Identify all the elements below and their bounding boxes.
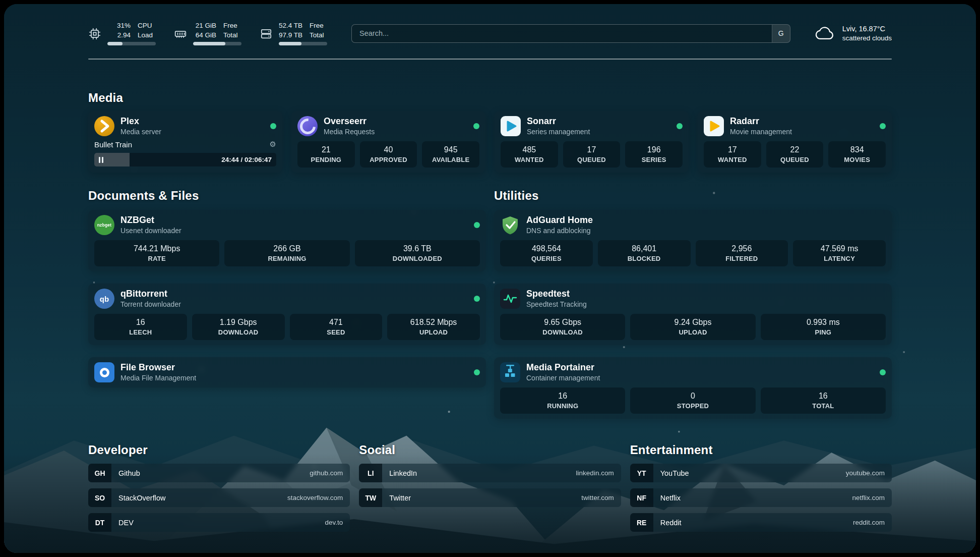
service-name: qBittorrent bbox=[120, 289, 468, 299]
bookmark-name: Netflix bbox=[660, 494, 681, 502]
stat-box: 471SEED bbox=[290, 314, 383, 340]
service-subtitle: Movie management bbox=[730, 128, 874, 136]
bookmark-url: stackoverflow.com bbox=[287, 494, 343, 502]
service-name: File Browser bbox=[120, 363, 468, 373]
bookmark-github[interactable]: GH Github github.com bbox=[88, 464, 350, 482]
service-card-qbittorrent[interactable]: qb qBittorrent Torrent downloader 16LEEC… bbox=[88, 284, 486, 345]
stat-box: 196SERIES bbox=[625, 141, 683, 168]
weather-widget: Lviv, 16.87°C scattered clouds bbox=[815, 25, 892, 42]
top-bar: 31% 2.94 CPU Load bbox=[88, 4, 892, 45]
service-card-portainer[interactable]: Media Portainer Container management 16R… bbox=[494, 357, 892, 419]
service-card-speedtest[interactable]: Speedtest Speedtest Tracking 9.65 GbpsDO… bbox=[494, 284, 892, 345]
service-name: Sonarr bbox=[527, 117, 670, 127]
bookmark-group-entertainment: Entertainment YT YouTube youtube.com NF … bbox=[630, 443, 892, 538]
search-input[interactable] bbox=[352, 25, 772, 42]
pause-button[interactable] bbox=[99, 157, 103, 163]
media-grid: Plex Media server Bullet Train ⚙ 24:44 /… bbox=[88, 111, 892, 173]
bookmark-url: netflix.com bbox=[852, 494, 885, 502]
bookmark-netflix[interactable]: NF Netflix netflix.com bbox=[630, 488, 892, 507]
bookmark-url: github.com bbox=[310, 469, 343, 477]
bookmark-youtube[interactable]: YT YouTube youtube.com bbox=[630, 464, 892, 482]
cpu-widget: 31% 2.94 CPU Load bbox=[88, 21, 156, 45]
system-widgets: 31% 2.94 CPU Load bbox=[88, 21, 327, 45]
bookmark-name: Github bbox=[118, 469, 140, 477]
speedtest-pulse-icon bbox=[500, 289, 520, 309]
bookmark-abbr: NF bbox=[630, 488, 653, 507]
bookmark-name: DEV bbox=[118, 519, 134, 527]
status-dot bbox=[270, 123, 276, 129]
disk-progress-bar bbox=[279, 42, 327, 45]
bookmark-name: YouTube bbox=[660, 469, 689, 477]
service-card-filebrowser[interactable]: File Browser Media File Management bbox=[88, 357, 486, 387]
bookmark-url: reddit.com bbox=[853, 519, 885, 526]
service-card-overseerr[interactable]: Overseerr Media Requests 21PENDING 40APP… bbox=[291, 111, 485, 173]
status-dot bbox=[473, 123, 479, 129]
stat-box: 47.569 msLATENCY bbox=[793, 240, 886, 266]
bookmark-url: twitter.com bbox=[581, 494, 614, 502]
search-engine-button[interactable]: G bbox=[772, 25, 790, 42]
cloud-icon bbox=[815, 25, 836, 41]
bookmark-name: LinkedIn bbox=[389, 469, 417, 477]
service-card-radarr[interactable]: Radarr Movie management 17WANTED 22QUEUE… bbox=[698, 111, 892, 173]
section-title-developer: Developer bbox=[88, 443, 350, 457]
service-subtitle: Usenet downloader bbox=[120, 227, 468, 235]
sonarr-icon bbox=[501, 116, 521, 136]
status-dot bbox=[677, 123, 683, 129]
bookmarks-area: Developer GH Github github.com SO StackO… bbox=[88, 443, 892, 538]
stat-box: 16TOTAL bbox=[761, 387, 886, 414]
service-subtitle: Speedtest Tracking bbox=[526, 300, 886, 308]
service-subtitle: Series management bbox=[527, 128, 670, 136]
stat-box: 266 GBREMAINING bbox=[224, 240, 349, 266]
service-subtitle: DNS and adblocking bbox=[526, 227, 886, 235]
overseerr-icon bbox=[297, 116, 318, 136]
service-subtitle: Media server bbox=[120, 128, 264, 136]
bookmark-reddit[interactable]: RE Reddit reddit.com bbox=[630, 513, 892, 532]
weather-location: Lviv, 16.87°C bbox=[842, 25, 892, 33]
radarr-icon bbox=[704, 116, 724, 136]
dashboard-content: 31% 2.94 CPU Load bbox=[88, 4, 892, 538]
playback-progress-bar[interactable]: 24:44 / 02:06:47 bbox=[94, 153, 276, 166]
stat-box: 945AVAILABLE bbox=[422, 141, 479, 168]
bookmark-stackoverflow[interactable]: SO StackOverflow stackoverflow.com bbox=[88, 488, 350, 507]
stat-box: 834MOVIES bbox=[828, 141, 886, 168]
section-title-entertainment: Entertainment bbox=[630, 443, 892, 457]
cpu-progress-bar bbox=[107, 42, 156, 45]
filebrowser-icon bbox=[94, 362, 114, 382]
bookmark-abbr: YT bbox=[630, 464, 653, 482]
memory-total-label: Total bbox=[223, 31, 238, 40]
service-card-plex[interactable]: Plex Media server Bullet Train ⚙ 24:44 /… bbox=[88, 111, 282, 173]
portainer-crane-icon bbox=[500, 362, 520, 382]
settings-gear-icon[interactable]: ⚙ bbox=[270, 140, 276, 149]
disk-icon bbox=[260, 27, 273, 40]
memory-progress-bar bbox=[193, 42, 241, 45]
bookmark-name: Twitter bbox=[389, 494, 411, 502]
stat-box: 21PENDING bbox=[297, 141, 355, 168]
stat-box: 0.993 msPING bbox=[761, 314, 886, 340]
bookmark-url: dev.to bbox=[325, 519, 343, 526]
cpu-chip-icon bbox=[88, 27, 101, 40]
bookmark-name: StackOverflow bbox=[118, 494, 165, 502]
bookmark-linkedin[interactable]: LI LinkedIn linkedin.com bbox=[359, 464, 621, 482]
service-card-nzbget[interactable]: nzbget NZBGet Usenet downloader 744.21 M… bbox=[88, 210, 486, 271]
plex-icon bbox=[94, 116, 114, 136]
stat-box: 498,564QUERIES bbox=[500, 240, 593, 266]
stat-box: 744.21 MbpsRATE bbox=[94, 240, 219, 266]
bookmark-abbr: SO bbox=[88, 488, 111, 507]
disk-widget: 52.4 TB 97.9 TB Free Total bbox=[260, 21, 327, 45]
service-card-adguard[interactable]: AdGuard Home DNS and adblocking 498,564Q… bbox=[494, 210, 892, 271]
cpu-usage-label: CPU bbox=[138, 21, 153, 30]
service-subtitle: Container management bbox=[526, 374, 874, 382]
service-card-sonarr[interactable]: Sonarr Series management 485WANTED 17QUE… bbox=[495, 111, 689, 173]
bookmark-twitter[interactable]: TW Twitter twitter.com bbox=[359, 488, 621, 507]
playback-time: 24:44 / 02:06:47 bbox=[221, 156, 272, 163]
bookmark-dev[interactable]: DT DEV dev.to bbox=[88, 513, 350, 532]
memory-free-value: 21 GiB bbox=[196, 21, 216, 30]
dashboard-screen: 31% 2.94 CPU Load bbox=[4, 4, 976, 553]
disk-total-value: 97.9 TB bbox=[279, 31, 302, 40]
cpu-load-label: Load bbox=[138, 31, 153, 40]
weather-condition: scattered clouds bbox=[842, 34, 892, 42]
stat-box: 17WANTED bbox=[704, 141, 761, 168]
search-bar: G bbox=[351, 24, 790, 43]
stat-box: 40APPROVED bbox=[360, 141, 417, 168]
service-subtitle: Torrent downloader bbox=[120, 300, 468, 308]
